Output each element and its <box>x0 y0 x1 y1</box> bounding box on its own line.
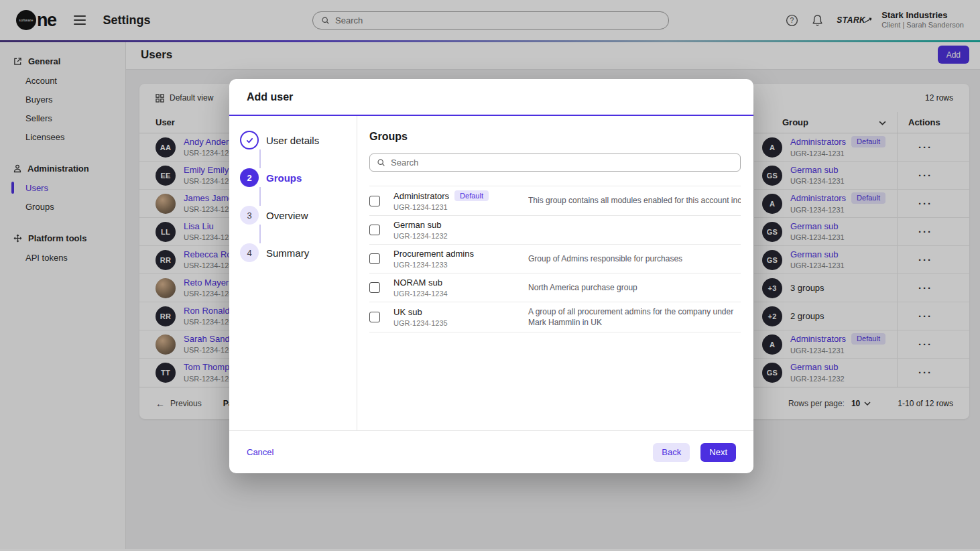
group-id: UGR-1234-1234 <box>393 290 515 298</box>
group-checkbox[interactable] <box>369 253 380 264</box>
groups-step-heading: Groups <box>369 131 741 143</box>
modal-header: Add user <box>229 79 753 116</box>
group-checkbox[interactable] <box>369 282 380 293</box>
group-name: Procurement admins <box>393 249 474 259</box>
group-description: This group contains all modules enabled … <box>528 195 741 206</box>
group-id: UGR-1234-1232 <box>393 232 515 240</box>
group-checkbox[interactable] <box>369 225 380 235</box>
group-row: German sub UGR-1234-1232 <box>369 216 741 245</box>
group-name: UK sub <box>393 307 422 317</box>
step-indicator: 4 <box>240 243 259 262</box>
group-description: Group of Admins responsible for purchase… <box>528 253 741 264</box>
search-icon <box>377 158 385 167</box>
group-row: NORAM sub UGR-1234-1234 North America pu… <box>369 273 741 302</box>
wizard-step-summary[interactable]: 4 Summary <box>240 243 357 262</box>
group-id: UGR-1234-1233 <box>393 261 515 269</box>
step-connector <box>259 187 261 206</box>
cancel-button[interactable]: Cancel <box>247 447 273 457</box>
group-name: German sub <box>393 220 442 230</box>
group-name: Administrators <box>393 191 449 201</box>
group-description: A group of all procurement admins for th… <box>528 306 741 328</box>
step-connector <box>259 149 261 168</box>
step-indicator: 3 <box>240 206 259 225</box>
wizard-step-user-details[interactable]: User details <box>240 131 357 149</box>
step-indicator: 2 <box>240 168 259 187</box>
default-badge: Default <box>454 190 489 201</box>
group-row: Administrators Default UGR-1234-1231 Thi… <box>369 186 741 216</box>
step-check-icon <box>240 131 259 149</box>
step-connector <box>259 225 261 243</box>
group-row: Procurement admins UGR-1234-1233 Group o… <box>369 245 741 273</box>
group-id: UGR-1234-1235 <box>393 319 515 327</box>
wizard-step-overview[interactable]: 3 Overview <box>240 206 357 225</box>
modal-footer: Cancel Back Next <box>229 430 753 473</box>
group-checkbox[interactable] <box>369 196 380 206</box>
group-id: UGR-1234-1231 <box>393 203 515 211</box>
group-row: UK sub UGR-1234-1235 A group of all proc… <box>369 302 741 332</box>
wizard-step-groups[interactable]: 2 Groups <box>240 168 357 187</box>
next-button[interactable]: Next <box>700 443 736 462</box>
group-name: NORAM sub <box>393 278 442 288</box>
back-button[interactable]: Back <box>653 443 690 462</box>
groups-search-input[interactable] <box>391 158 733 168</box>
group-checkbox[interactable] <box>369 312 380 322</box>
groups-search[interactable] <box>369 154 741 172</box>
modal-title: Add user <box>247 91 293 103</box>
group-description: North America purchase group <box>528 282 741 293</box>
app-window: software ne Settings ? STARK <box>0 0 980 551</box>
add-user-modal: Add user User details 2 Groups 3 Overvie… <box>229 79 753 473</box>
groups-list: Administrators Default UGR-1234-1231 Thi… <box>369 186 741 332</box>
wizard-stepper: User details 2 Groups 3 Overview 4 Summa… <box>229 116 357 430</box>
